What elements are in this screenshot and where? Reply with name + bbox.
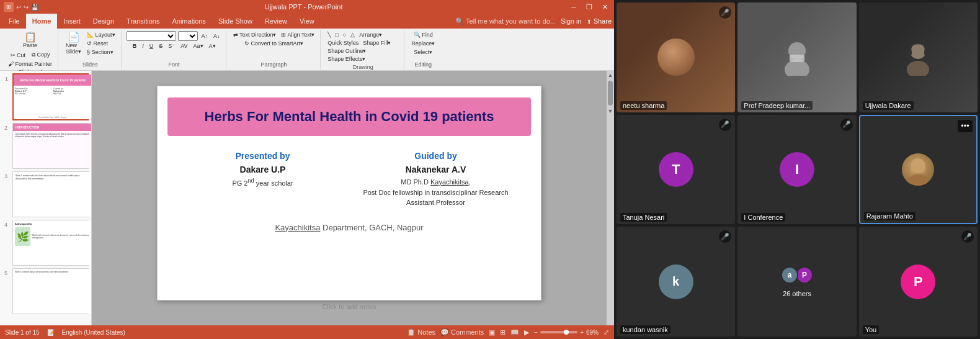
comments-btn[interactable]: 💬 Comments	[440, 328, 484, 337]
others-av2: P	[796, 266, 813, 284]
scroll-thumb[interactable]	[608, 81, 613, 106]
slide-thumb-5[interactable]: 5 Slide 5 content about various herbs an…	[12, 268, 89, 314]
text-case-btn[interactable]: Aa▾	[192, 42, 205, 50]
slide-footer: Kayachikitsa Department, GACH, Nagpur	[158, 223, 541, 232]
slide-thumb-1[interactable]: 1 Herbs For Mental Health in Covid 19 pa…	[12, 73, 89, 120]
share-btn[interactable]: ⬆ Share	[587, 17, 612, 25]
slide-sorter-btn[interactable]: ⊞	[500, 328, 506, 337]
text-shadow-btn[interactable]: S⁻	[166, 42, 177, 50]
copy-btn[interactable]: ⧉ Copy	[30, 51, 52, 59]
scroll-up-btn[interactable]: ▲	[607, 71, 614, 79]
restore-btn[interactable]: ❐	[584, 3, 595, 11]
close-btn[interactable]: ✕	[600, 3, 610, 11]
zoom-level: 69%	[586, 329, 599, 336]
slideshow-btn[interactable]: ▶	[524, 328, 529, 337]
tab-review[interactable]: Review	[259, 14, 293, 29]
bold-btn[interactable]: B	[131, 42, 139, 50]
signin-btn[interactable]: Sign in	[561, 17, 582, 25]
tab-view[interactable]: View	[293, 14, 321, 29]
slide-canvas: Herbs For Mental Health in Covid 19 pati…	[157, 86, 541, 301]
fit-page-btn[interactable]: ⤢	[604, 328, 609, 337]
format-painter-btn[interactable]: 🖌 Format Painter	[6, 60, 54, 68]
others-av1: a	[781, 266, 798, 284]
font-family-select[interactable]	[127, 31, 176, 41]
you-mute-icon: 🎤	[961, 230, 974, 243]
convert-smartart-btn[interactable]: ↻ Convert to SmartArt▾	[243, 40, 305, 47]
shape4[interactable]: △	[349, 31, 357, 38]
rajaram-more-icon[interactable]: •••	[958, 120, 973, 132]
svg-point-8	[907, 174, 929, 186]
drawing-group: ╲ □ ○ △ Arrange▾ Quick Styles Shape Fill…	[322, 30, 404, 69]
video-tile-rajaram: ••• Rajaram Mahto	[859, 115, 978, 225]
quickstyles-btn[interactable]: Quick Styles	[326, 39, 360, 47]
shape1[interactable]: ╲	[326, 31, 332, 38]
tab-file[interactable]: File	[2, 14, 26, 29]
iconf-avatar: I	[780, 152, 814, 187]
clipboard-group: 📋 Paste ✂ Cut ⧉ Copy 🖌 Format Painter Cl…	[2, 30, 58, 69]
guided-by-sub: MD Ph.D Kayachikitsa, Post Doc fellowshi…	[349, 177, 522, 208]
tab-design[interactable]: Design	[87, 14, 120, 29]
shapeeffects-btn[interactable]: Shape Effects▾	[326, 55, 367, 63]
tab-animations[interactable]: Animations	[166, 14, 212, 29]
font-color-btn[interactable]: A▾	[207, 42, 218, 50]
svg-point-4	[907, 61, 929, 76]
tab-insert[interactable]: Insert	[57, 14, 87, 29]
tell-me-box[interactable]: 🔍 Tell me what you want to do...	[455, 17, 556, 25]
italic-btn[interactable]: I	[140, 42, 146, 50]
video-tile-ujjwala: Ujjwala Dakare	[859, 2, 978, 112]
slide-canvas-area: Herbs For Mental Health in Covid 19 pati…	[92, 71, 607, 325]
find-btn[interactable]: 🔍 Find	[412, 31, 435, 38]
signin-share: Sign in ⬆ Share	[561, 17, 612, 25]
redo-btn[interactable]: ↪	[24, 4, 29, 11]
charspace-btn[interactable]: AV	[179, 42, 189, 50]
aligntext-btn[interactable]: ⊞ Align Text▾	[279, 31, 316, 38]
layout-btn[interactable]: 📐 Layout▾	[85, 31, 117, 38]
video-tile-others: a P 26 others	[737, 227, 856, 337]
new-slide-btn[interactable]: 📄 NewSlide▾	[63, 31, 84, 56]
slide-scrollbar[interactable]: ▲ ▼	[607, 71, 614, 325]
textdir-btn[interactable]: ⇄ Text Direction▾	[231, 31, 278, 38]
replace-btn[interactable]: Replace▾	[409, 40, 437, 47]
guided-by-col: Guided by Nakanekar A.V MD Ph.D Kayachik…	[349, 151, 522, 208]
strikethrough-btn[interactable]: S	[157, 42, 164, 50]
shapeoutline-btn[interactable]: Shape Outline▾	[326, 47, 368, 55]
reset-btn[interactable]: ↺ Reset	[85, 40, 117, 47]
pradeep-silhouette	[778, 38, 816, 76]
save-btn[interactable]: 💾	[31, 4, 38, 11]
you-avatar: P	[901, 264, 935, 299]
minimize-btn[interactable]: ─	[569, 3, 579, 11]
font-size-select[interactable]	[178, 31, 198, 41]
select-btn[interactable]: Select▾	[412, 48, 434, 56]
decrease-font-btn[interactable]: A↓	[212, 32, 222, 40]
zoom-control[interactable]: − + 69%	[534, 329, 599, 336]
section-btn[interactable]: § Section▾	[85, 48, 117, 56]
slide-thumb-4[interactable]: 4 Ashwagandha 🌿 Medicinal herb used in A…	[12, 220, 89, 266]
click-to-add-notes[interactable]: Click to add notes	[322, 303, 376, 310]
powerpoint-panel: ⊞ ↩ ↪ 💾 Ujjwala PPT - PowerPoint ─ ❐ ✕ F…	[0, 0, 614, 339]
presented-by-label: Presented by	[176, 151, 349, 161]
tab-transitions[interactable]: Transitions	[120, 14, 166, 29]
cut-btn[interactable]: ✂ Cut	[9, 52, 28, 59]
shape2[interactable]: □	[333, 31, 340, 38]
notes-btn[interactable]: 📋 Notes	[407, 328, 435, 337]
font-label: Font	[169, 61, 180, 68]
tab-home[interactable]: Home	[26, 14, 58, 29]
arrange-btn[interactable]: Arrange▾	[357, 31, 384, 38]
shape3[interactable]: ○	[341, 31, 348, 38]
slide-count: Slide 1 of 15	[5, 329, 40, 336]
reading-view-btn[interactable]: 📖	[510, 328, 519, 337]
presented-by-col: Presented by Dakare U.P PG 2nd year scho…	[176, 151, 349, 208]
video-tile-iconf: 🎤 I I Conference	[737, 115, 856, 225]
paste-btn[interactable]: 📋 Paste	[20, 31, 40, 50]
tanuja-name: Tanuja Nesari	[620, 213, 667, 222]
slide-thumb-2[interactable]: 2 INTRODUCTION Lorem ipsum dolor sit ame…	[12, 123, 89, 169]
undo-btn[interactable]: ↩	[16, 4, 21, 11]
slide-thumb-3[interactable]: 3 Slide 3 content with text lines about …	[12, 171, 89, 217]
normal-view-btn[interactable]: ▣	[489, 328, 495, 337]
presented-by-name: Dakare U.P	[176, 165, 349, 174]
increase-font-btn[interactable]: A↑	[200, 32, 210, 40]
shapefill-btn[interactable]: Shape Fill▾	[361, 39, 393, 47]
scroll-down-btn[interactable]: ▼	[607, 107, 614, 115]
underline-btn[interactable]: U	[148, 42, 156, 50]
tab-slideshow[interactable]: Slide Show	[212, 14, 259, 29]
